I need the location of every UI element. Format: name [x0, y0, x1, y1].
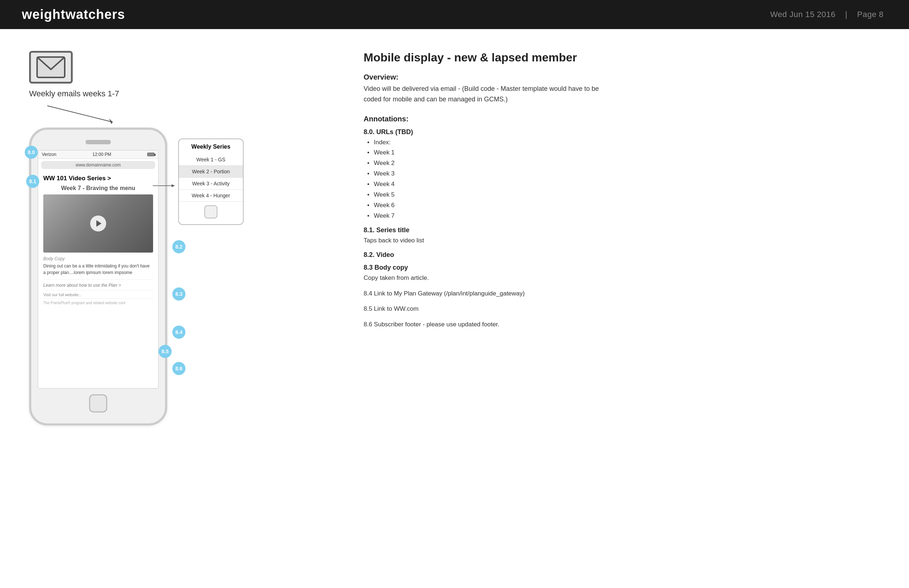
badge-83: 8.3: [172, 288, 186, 300]
main-content: Weekly emails weeks 1-7 8.0 8.1 8.2 8.3: [0, 29, 909, 447]
annotation-86-text: 8.6 Subscriber footer - please use updat…: [364, 320, 880, 330]
phone-body-text: Dining out can be a a little intimidatin…: [43, 263, 153, 276]
annotation-80: 8.0. URLs (TBD) Index: Week 1 Week 2 Wee…: [364, 128, 880, 221]
svg-line-1: [47, 106, 113, 122]
list-item: Week 6: [367, 200, 880, 211]
header-separator: |: [845, 10, 847, 19]
phone-series-title[interactable]: WW 101 Video Series >: [43, 175, 153, 182]
list-item: Week 5: [367, 190, 880, 200]
phone-screen: Verizon 12:00 PM www.domainname.com WW 1…: [38, 150, 159, 388]
badge-86: 8.6: [172, 362, 186, 375]
right-panel: Mobile display - new & lapsed member Ove…: [349, 51, 880, 426]
phone-battery: [147, 153, 155, 156]
badge-82: 8.2: [172, 240, 186, 253]
svg-marker-4: [171, 184, 175, 187]
header-meta: Wed Jun 15 2016 | Page 8: [767, 10, 887, 19]
main-title: Mobile display - new & lapsed member: [364, 51, 880, 64]
phone-play-button[interactable]: [90, 215, 106, 231]
header-page: Page 8: [857, 10, 883, 19]
overview-block: Overview: Video will be delivered via em…: [364, 73, 880, 105]
annotation-85-text: 8.5 Link to WW.com: [364, 304, 880, 314]
phone-home-button[interactable]: [89, 394, 107, 412]
weekly-series-container: Weekly Series Week 1 - GS Week 2 - Porti…: [178, 128, 244, 225]
annotations-label: Annotations:: [364, 115, 880, 123]
phone-area: 8.0 8.1 8.2 8.3 8.4 8.5 8.6: [29, 128, 327, 426]
annotation-81: 8.1. Series title Taps back to video lis…: [364, 226, 880, 246]
arrow-svg: [40, 102, 142, 131]
phone-time: 12:00 PM: [92, 152, 111, 157]
annotation-85: 8.5 Link to WW.com: [364, 304, 880, 314]
annotation-83-text: Copy taken from article.: [364, 273, 880, 283]
header: weightwatchers Wed Jun 15 2016 | Page 8: [0, 0, 909, 29]
badge-81: 8.1: [26, 175, 39, 188]
weekly-series-item-3[interactable]: Week 4 - Hunger: [179, 190, 243, 202]
weekly-series-home-button[interactable]: [204, 205, 217, 218]
list-item: Week 3: [367, 169, 880, 179]
phone-carrier: Verizon: [42, 152, 57, 157]
phone-content: WW 101 Video Series > Week 7 - Braving t…: [38, 171, 158, 388]
list-item: Week 7: [367, 211, 880, 221]
annotation-80-list: Index: Week 1 Week 2 Week 3 Week 4 Week …: [364, 137, 880, 221]
badge-84: 8.4: [172, 326, 186, 339]
list-item: Week 2: [367, 158, 880, 169]
phone-mockup: Verizon 12:00 PM www.domainname.com WW 1…: [29, 128, 167, 426]
phone-body-label: Body Copy: [43, 256, 153, 261]
annotation-83-title: 8.3 Body copy: [364, 264, 880, 271]
phone-wrapper: 8.0 8.1 8.2 8.3 8.4 8.5 8.6: [29, 128, 167, 426]
phone-address-bar: www.domainname.com: [41, 161, 155, 169]
email-label: Weekly emails weeks 1-7: [29, 89, 119, 99]
badge-85: 8.5: [159, 345, 171, 358]
weekly-series-title: Weekly Series: [188, 144, 234, 150]
annotation-81-title: 8.1. Series title: [364, 226, 880, 234]
phone-status-bar: Verizon 12:00 PM: [38, 150, 158, 159]
phone-speaker: [86, 140, 111, 144]
email-icon: [29, 51, 73, 84]
list-item: Week 1: [367, 147, 880, 158]
overview-text: Video will be delivered via email - (Bui…: [364, 84, 618, 105]
annotation-84-text: 8.4 Link to My Plan Gateway (/plan/int/p…: [364, 289, 880, 299]
weekly-series-popup: Weekly Series Week 1 - GS Week 2 - Porti…: [178, 139, 244, 225]
weekly-series-item-2[interactable]: Week 3 - Activity: [179, 178, 243, 190]
annotation-81-text: Taps back to video list: [364, 236, 880, 246]
logo: weightwatchers: [22, 7, 125, 22]
popup-arrow: [153, 178, 182, 193]
weekly-series-item-1[interactable]: Week 2 - Portion: [179, 166, 243, 178]
phone-footer2: The PointsPlus® program and related webs…: [43, 298, 153, 305]
phone-link[interactable]: Learn more about how to use the Plan >: [43, 279, 153, 288]
badge-80: 8.0: [25, 146, 38, 159]
phone-footer1: Visit our full website...: [43, 290, 153, 297]
annotation-80-title: 8.0. URLs (TBD): [364, 128, 880, 136]
annotation-82-title: 8.2. Video: [364, 251, 880, 259]
weekly-series-item-0[interactable]: Week 1 - GS: [179, 154, 243, 166]
overview-label: Overview:: [364, 73, 880, 81]
list-item: Index:: [367, 137, 880, 148]
annotation-86: 8.6 Subscriber footer - please use updat…: [364, 320, 880, 330]
annotation-82: 8.2. Video: [364, 251, 880, 259]
phone-week-title: Week 7 - Braving the menu: [43, 185, 153, 192]
header-date: Wed Jun 15 2016: [770, 10, 836, 19]
list-item: Week 4: [367, 179, 880, 190]
phone-url: www.domainname.com: [76, 162, 121, 168]
annotation-84: 8.4 Link to My Plan Gateway (/plan/int/p…: [364, 289, 880, 299]
annotation-83: 8.3 Body copy Copy taken from article.: [364, 264, 880, 283]
email-icon-container: Weekly emails weeks 1-7: [29, 51, 327, 99]
left-panel: Weekly emails weeks 1-7 8.0 8.1 8.2 8.3: [29, 51, 327, 426]
phone-video[interactable]: [43, 194, 153, 252]
